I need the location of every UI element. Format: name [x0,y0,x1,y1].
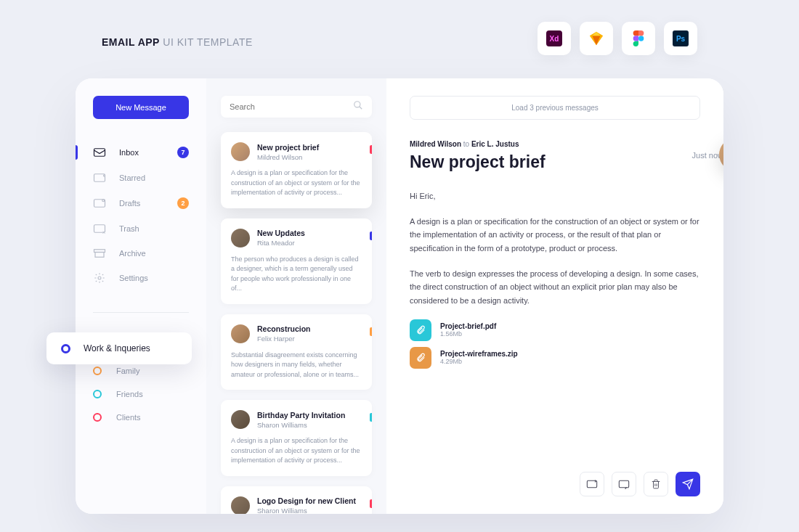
tag-label: Clients [116,413,141,422]
tag-color-icon [93,367,102,375]
email-sender: Sharon Williams [257,421,345,429]
svg-rect-10 [95,253,104,258]
email-card[interactable]: Birthday Party Invitation Sharon William… [221,400,372,476]
tag-label: Friends [116,390,143,398]
nav-label: Archive [119,249,146,258]
star-icon [93,173,106,183]
email-subject: New project brief [257,143,319,152]
attach-name: Project-wireframes.zip [440,350,518,358]
svg-point-11 [98,277,101,279]
nav-inbox[interactable]: Inbox 7 [76,139,206,165]
attachment[interactable]: Project-wireframes.zip 4.29Mb [410,347,700,369]
load-previous-button[interactable]: Load 3 previous messages [410,96,700,120]
figma-icon [622,22,655,55]
email-sender: Felix Harper [257,335,311,343]
attachment[interactable]: Project-brief.pdf 1.56Mb [410,319,700,341]
email-preview: The person who produces a design is call… [231,255,362,294]
tag-color-icon [93,390,102,398]
avatar [231,324,250,343]
email-meta: Mildred Wilson to Eric L. Justus [410,140,700,148]
nav-starred[interactable]: Starred [76,165,206,190]
email-content: Load 3 previous messages Mildred Wilson … [386,78,723,514]
sidebar-nav: Inbox 7 Starred Drafts 2 Trash Archive [76,139,206,290]
ps-icon: Ps [664,22,697,55]
avatar [231,229,250,247]
svg-point-7 [102,200,105,202]
email-sender: Mildred Wilson [257,153,319,161]
sidebar: New Message Inbox 7 Starred Drafts 2 Tra… [76,78,206,514]
attach-size: 1.56Mb [440,330,496,337]
email-card[interactable]: New project brief Mildred Wilson A desig… [221,132,372,208]
avatar [231,496,250,515]
svg-point-12 [354,102,360,107]
nav-label: Drafts [119,199,140,208]
tag-clients[interactable]: Clients [76,406,206,429]
send-button[interactable] [676,472,700,496]
tag-label: Family [116,367,139,375]
content-actions [580,472,700,496]
content-subject: New project brief [410,152,700,172]
email-preview: Substantial disagreement exists concerni… [231,351,362,380]
card-accent [370,232,372,240]
email-preview: A design is a plan or specification for … [231,168,362,198]
nav-archive[interactable]: Archive [76,241,206,266]
nav-label: Starred [119,173,145,182]
email-subject: Reconstrucion [257,324,311,333]
drafts-badge: 2 [177,197,189,209]
svg-rect-8 [94,225,105,233]
tag-color-icon [93,413,102,422]
card-accent [370,145,372,154]
nav-label: Settings [119,274,148,282]
email-subject: Logo Design for new Client [257,496,356,505]
email-body: Hi Eric, A design is a plan or specifica… [410,189,700,308]
sender-avatar [719,138,723,171]
svg-rect-6 [94,200,105,208]
email-sender: Rita Meador [257,239,305,247]
tool-icons-row: Xd Ps [538,22,697,55]
svg-rect-4 [94,149,105,157]
sketch-icon [580,22,613,55]
nav-label: Inbox [119,148,139,157]
svg-rect-14 [619,480,628,487]
email-sender: Sharon Williams [257,507,356,514]
sidebar-divider [93,312,189,313]
card-accent [370,413,372,422]
inbox-badge: 7 [177,147,189,158]
avatar [231,410,250,429]
search-bar[interactable] [221,96,372,118]
drafts-icon [93,198,106,208]
card-accent [370,327,372,336]
email-preview: A design is a plan or specification for … [231,436,362,466]
attach-size: 4.29Mb [440,358,518,365]
trash-icon [93,224,106,234]
new-message-button[interactable]: New Message [93,96,189,119]
archive-icon [93,248,106,258]
xd-icon: Xd [538,22,571,55]
delete-button[interactable] [644,472,668,496]
page-header: EMAIL APP UI KIT TEMPLATE [102,36,253,48]
search-input[interactable] [230,102,353,111]
nav-drafts[interactable]: Drafts 2 [76,190,206,216]
nav-label: Trash [119,224,139,233]
email-app: New Message Inbox 7 Starred Drafts 2 Tra… [76,78,723,514]
attach-name: Project-brief.pdf [440,322,496,330]
email-card[interactable]: New Updates Rita Meador The person who p… [221,218,372,304]
email-subject: Birthday Party Invitation [257,411,345,420]
email-card[interactable]: Logo Design for new Client Sharon Willia… [221,486,372,515]
paperclip-icon [410,347,431,369]
paperclip-icon [410,319,431,341]
search-icon [353,100,363,113]
gear-icon [93,273,106,283]
archive-button[interactable] [580,472,604,496]
tag-friends[interactable]: Friends [76,382,206,406]
email-list: New project brief Mildred Wilson A desig… [206,78,386,514]
tag-color-icon [61,344,70,353]
tag-label: Work & Inqueries [84,343,150,353]
avatar [231,142,250,161]
reply-button[interactable] [612,472,636,496]
email-subject: New Updates [257,229,305,237]
nav-trash[interactable]: Trash [76,216,206,241]
email-card[interactable]: Reconstrucion Felix Harper Substantial d… [221,314,372,390]
nav-settings[interactable]: Settings [76,266,206,290]
tag-work-inqueries[interactable]: Work & Inqueries [46,332,192,364]
